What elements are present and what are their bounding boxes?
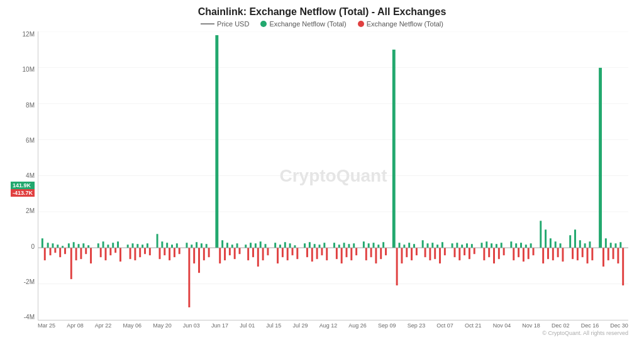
svg-rect-205 (615, 243, 617, 248)
svg-rect-105 (319, 244, 321, 248)
svg-rect-88 (267, 248, 269, 255)
svg-rect-151 (456, 243, 458, 248)
svg-rect-206 (617, 248, 619, 263)
svg-rect-153 (461, 244, 463, 248)
svg-rect-46 (144, 248, 146, 254)
svg-rect-172 (518, 248, 519, 257)
svg-rect-72 (224, 248, 226, 260)
svg-rect-59 (186, 243, 188, 248)
x-label-aug12: Aug 12 (319, 322, 338, 329)
x-label-oct07: Oct 07 (436, 322, 453, 329)
svg-rect-49 (157, 234, 158, 248)
legend-price: Price USD (201, 20, 249, 28)
svg-rect-189 (569, 235, 571, 248)
svg-rect-167 (501, 243, 502, 248)
svg-rect-113 (343, 243, 345, 248)
svg-rect-103 (314, 244, 316, 248)
legend-netflow-negative: Exchange Netflow (Total) (358, 20, 443, 28)
svg-rect-30 (100, 248, 102, 257)
svg-rect-93 (284, 242, 286, 248)
svg-rect-126 (380, 248, 382, 259)
svg-rect-29 (97, 243, 99, 248)
svg-rect-125 (377, 244, 379, 248)
svg-rect-137 (413, 244, 415, 248)
chart-container: Chainlink: Exchange Netflow (Total) - Al… (0, 0, 644, 362)
svg-rect-169 (510, 241, 512, 248)
x-label-jul29: Jul 29 (293, 322, 308, 329)
x-label-may06: May 06 (123, 322, 142, 329)
x-label-aug26: Aug 26 (348, 322, 367, 329)
svg-rect-78 (239, 248, 241, 254)
svg-rect-176 (528, 248, 530, 259)
legend-netflow-positive: Exchange Netflow (Total) (260, 20, 346, 28)
svg-rect-50 (159, 248, 161, 259)
svg-rect-157 (471, 244, 473, 248)
svg-rect-70 (219, 248, 221, 263)
svg-rect-144 (434, 248, 436, 259)
svg-rect-117 (353, 243, 355, 248)
svg-rect-47 (147, 243, 148, 248)
svg-rect-200 (602, 248, 604, 266)
svg-rect-146 (439, 248, 441, 263)
svg-rect-148 (444, 248, 446, 255)
svg-rect-52 (164, 248, 165, 255)
svg-rect-194 (582, 248, 584, 257)
svg-rect-184 (552, 248, 554, 260)
svg-rect-147 (441, 242, 443, 248)
svg-rect-120 (365, 248, 367, 260)
svg-rect-192 (577, 248, 579, 260)
svg-rect-89 (274, 243, 276, 248)
x-label-sep23: Sep 23 (408, 322, 426, 329)
svg-rect-98 (296, 248, 298, 259)
svg-rect-80 (247, 248, 249, 260)
svg-rect-43 (136, 244, 138, 248)
svg-rect-83 (255, 243, 257, 248)
x-label-nov18: Nov 18 (522, 322, 540, 329)
svg-rect-40 (130, 248, 131, 259)
svg-rect-91 (279, 244, 281, 248)
svg-rect-11 (47, 243, 49, 248)
chart-legend: Price USD Exchange Netflow (Total) Excha… (9, 20, 635, 28)
svg-rect-107 (323, 243, 325, 248)
svg-rect-203 (610, 243, 612, 248)
chart-svg (38, 31, 628, 320)
svg-rect-188 (562, 248, 564, 261)
x-label-jul01: Jul 01 (240, 322, 255, 329)
svg-rect-123 (373, 243, 375, 248)
svg-rect-15 (57, 244, 58, 248)
svg-rect-171 (515, 243, 517, 248)
svg-rect-39 (127, 244, 129, 248)
svg-rect-186 (557, 248, 559, 257)
svg-rect-73 (226, 243, 228, 248)
svg-rect-183 (550, 238, 552, 248)
x-axis: Mar 25 Apr 08 Apr 22 May 06 May 20 Jun 0… (38, 321, 628, 329)
svg-rect-207 (619, 242, 621, 248)
svg-rect-124 (375, 248, 377, 263)
legend-price-label: Price USD (217, 20, 249, 28)
svg-rect-66 (203, 248, 205, 260)
svg-rect-54 (169, 248, 170, 260)
svg-rect-119 (363, 241, 365, 248)
svg-rect-79 (245, 244, 247, 248)
negative-badge: -413.7K (11, 189, 35, 197)
svg-rect-9 (42, 238, 43, 248)
svg-rect-162 (488, 248, 490, 257)
red-dot-icon (358, 21, 364, 27)
y-label-6m: 6M (26, 138, 35, 144)
svg-rect-28 (90, 248, 92, 263)
svg-rect-129 (392, 50, 396, 248)
svg-rect-75 (231, 244, 233, 248)
svg-rect-104 (316, 248, 318, 259)
svg-rect-92 (282, 248, 284, 257)
y-label-neg2m: -2M (24, 279, 35, 285)
svg-rect-143 (431, 243, 433, 248)
x-label-may20: May 20 (153, 322, 172, 329)
y-label-10m: 10M (23, 67, 35, 73)
svg-rect-121 (368, 243, 370, 248)
svg-rect-165 (496, 244, 497, 248)
svg-rect-61 (191, 244, 192, 248)
svg-rect-12 (50, 248, 52, 255)
svg-rect-159 (481, 243, 483, 248)
svg-rect-68 (208, 248, 210, 257)
svg-rect-58 (179, 248, 180, 254)
